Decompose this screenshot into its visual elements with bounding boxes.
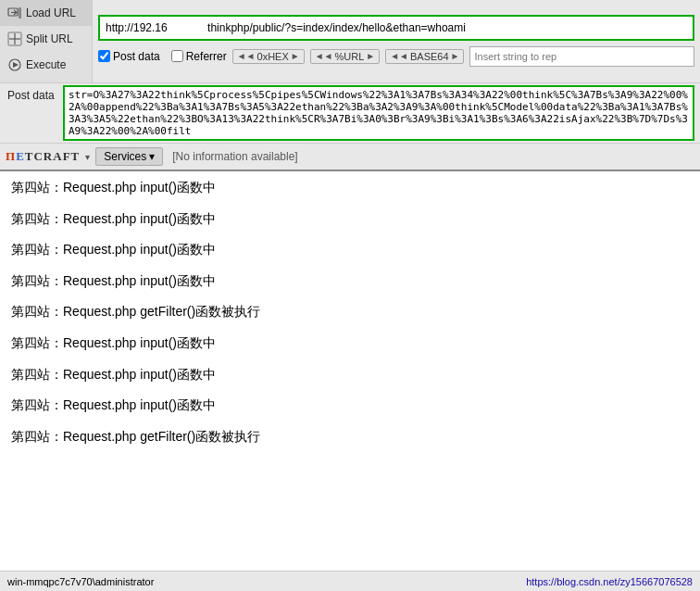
load-url-button[interactable]: Load URL xyxy=(0,0,92,26)
services-label: Services xyxy=(104,150,146,163)
netcraft-bar: ПETCRAFT ▾ Services ▾ [No information av… xyxy=(0,144,700,171)
url-right-arrow: ► xyxy=(366,51,375,61)
load-url-label: Load URL xyxy=(26,6,76,19)
content-area: 第四站：Request.php input()函数中第四站：Request.ph… xyxy=(0,171,700,591)
content-line-7: 第四站：Request.php input()函数中 xyxy=(11,396,689,415)
referrer-checkbox-label[interactable]: Referrer xyxy=(171,50,227,63)
postdata-textarea[interactable]: str=O%3A27%3A22think%5Cprocess%5Cpipes%5… xyxy=(63,85,694,141)
postdata-section: Post data str=O%3A27%3A22think%5Cprocess… xyxy=(0,83,700,144)
status-left: win-mmqpc7c7v70\administrator xyxy=(7,576,154,587)
content-line-0: 第四站：Request.php input()函数中 xyxy=(11,179,689,197)
postdata-toolbar: Post data Referrer ◄◄ 0xHEX ► ◄◄ %URL ► … xyxy=(98,44,694,69)
referrer-checkbox[interactable] xyxy=(171,50,183,62)
status-right: https://blog.csdn.net/zy15667076528 xyxy=(526,576,693,587)
url-left-arrow: ◄◄ xyxy=(315,51,333,61)
post-data-checkbox[interactable] xyxy=(98,50,110,62)
content-line-3: 第四站：Request.php input()函数中 xyxy=(11,272,689,291)
base64-left-arrow: ◄◄ xyxy=(390,51,408,61)
execute-button[interactable]: Execute xyxy=(0,52,92,78)
svg-marker-7 xyxy=(13,62,19,68)
execute-icon xyxy=(7,57,22,72)
hex-right-arrow: ► xyxy=(291,51,300,61)
base64-label: BASE64 xyxy=(410,51,449,62)
postdata-section-label: Post data xyxy=(0,85,63,106)
toolbar: Load URL Split URL Execute xyxy=(0,0,700,83)
post-data-label: Post data xyxy=(113,50,160,63)
services-arrow: ▾ xyxy=(149,150,155,163)
split-url-label: Split URL xyxy=(26,32,73,45)
netcraft-logo: ПETCRAFT xyxy=(6,149,80,164)
left-buttons: Load URL Split URL Execute xyxy=(0,0,93,82)
content-line-8: 第四站：Request.php getFilter()函数被执行 xyxy=(11,428,689,446)
split-url-icon xyxy=(7,31,22,46)
content-line-6: 第四站：Request.php input()函数中 xyxy=(11,366,689,384)
split-url-button[interactable]: Split URL xyxy=(0,26,92,52)
base64-button[interactable]: ◄◄ BASE64 ► xyxy=(385,49,464,64)
services-button[interactable]: Services ▾ xyxy=(95,147,163,166)
status-bar: win-mmqpc7c7v70\administrator https://bl… xyxy=(0,571,700,591)
url-section: Post data Referrer ◄◄ 0xHEX ► ◄◄ %URL ► … xyxy=(93,0,700,82)
content-line-4: 第四站：Request.php getFilter()函数被执行 xyxy=(11,303,689,321)
post-data-checkbox-label[interactable]: Post data xyxy=(98,50,160,63)
url-input[interactable] xyxy=(98,15,694,41)
execute-label: Execute xyxy=(26,58,66,71)
url-bar xyxy=(98,15,694,41)
url-encode-label: %URL xyxy=(334,51,364,62)
referrer-label: Referrer xyxy=(186,50,227,63)
svg-rect-2 xyxy=(19,7,21,19)
hex-left-arrow: ◄◄ xyxy=(237,51,256,61)
load-url-icon xyxy=(7,6,22,20)
content-line-5: 第四站：Request.php input()函数中 xyxy=(11,334,689,353)
url-encode-button[interactable]: ◄◄ %URL ► xyxy=(310,49,381,64)
content-line-1: 第四站：Request.php input()函数中 xyxy=(11,210,689,229)
insert-string-input[interactable] xyxy=(469,46,694,67)
hex-button[interactable]: ◄◄ 0xHEX ► xyxy=(232,49,305,64)
hex-label: 0xHEX xyxy=(257,51,289,62)
no-info-label: [No information available] xyxy=(172,150,297,163)
content-line-2: 第四站：Request.php input()函数中 xyxy=(11,241,689,259)
base64-right-arrow: ► xyxy=(451,51,460,61)
netcraft-dropdown-arrow[interactable]: ▾ xyxy=(83,152,92,162)
